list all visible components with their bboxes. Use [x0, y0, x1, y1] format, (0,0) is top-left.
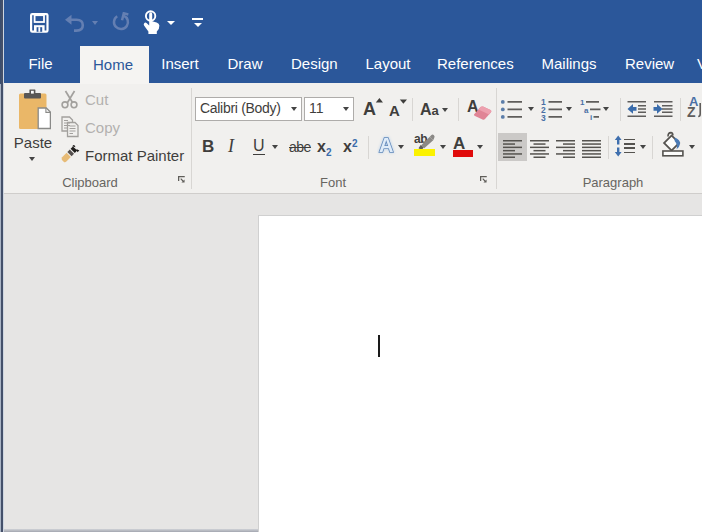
svg-text:A: A	[379, 134, 393, 156]
svg-text:i: i	[590, 113, 592, 122]
svg-text:a: a	[584, 106, 589, 115]
svg-text:3: 3	[541, 113, 546, 122]
